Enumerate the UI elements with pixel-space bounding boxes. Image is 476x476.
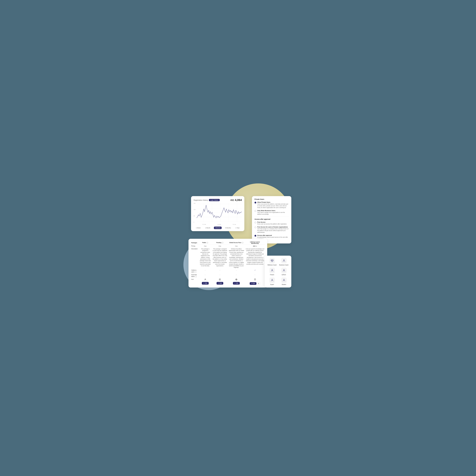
row-auto-labels: Automatic labels i — — — — (190, 273, 265, 278)
edit-pending-btn[interactable]: ✏ Edit (217, 282, 223, 285)
expert-label: Expert (270, 284, 274, 285)
option-business-only-desc: User have to assign to an organization t… (257, 212, 289, 215)
business-icon-container (281, 258, 287, 264)
autolabels-info-icon[interactable]: i (195, 276, 197, 277)
pricing-public: Free (199, 245, 212, 248)
global-info-icon[interactable]: i (242, 242, 243, 243)
heart-pulse-icon (271, 259, 274, 262)
filter-1week[interactable]: 1 Week (195, 227, 202, 229)
icon-global (228, 278, 245, 281)
row-description: Description This package is assigned to … (190, 248, 265, 269)
edtech-icon-container (281, 268, 287, 273)
packages-table: Packages Public i Pending i Global Acces… (190, 241, 265, 286)
svg-point-19 (283, 269, 285, 270)
desc-global: Embrace boundless opportunities with our… (228, 248, 245, 269)
fintech-label: Fintech (270, 274, 274, 275)
chart-y-labels: 150 100 50 0 (194, 203, 195, 223)
radio-business-only[interactable] (255, 210, 256, 212)
student-icon-container (281, 277, 287, 283)
desc-lifelong: Fuel your quest for knowledge and growth… (245, 248, 265, 269)
filter-1year[interactable]: 1 Year (235, 227, 240, 229)
access-approval-title: Access after approval (255, 218, 289, 220)
student-label: Student (282, 284, 286, 285)
option-business-only-label: Only Allow Business Users (257, 210, 289, 211)
filter-1month[interactable]: 1 Month (204, 227, 211, 229)
radio-access-approval[interactable] (255, 235, 256, 237)
coach-student[interactable]: Student (278, 277, 289, 285)
row-icon: Icon (190, 278, 265, 281)
edit-global-btn[interactable]: ✏ Edit (233, 282, 240, 285)
option-allow-private: Allow Private Users Users can access the… (255, 202, 289, 208)
fintech-icon-container (269, 268, 275, 273)
person-business-icon (282, 259, 286, 262)
radio-free-known[interactable] (255, 226, 256, 228)
pricing-pending: Free (212, 245, 228, 248)
person-student-icon (282, 279, 286, 282)
option-free-access-desc: Every user can access the platform after… (257, 223, 287, 225)
coach-business[interactable]: Business Coach (278, 258, 289, 266)
desc-public: This package is assigned to anonymous us… (199, 248, 212, 269)
svg-point-18 (272, 269, 273, 270)
edit-public-btn[interactable]: ✏ Edit (202, 282, 208, 285)
person-edtech-icon (282, 269, 286, 272)
coaches-grid: Wellness Coach Business Coach (267, 258, 289, 285)
row-pricing: Pricing Free Free Free 20€/mo (190, 245, 265, 248)
option-free-known: Free Access for users of known organizat… (255, 226, 289, 233)
stat-primary: 4,064 (235, 198, 242, 202)
tab-group: Login History (209, 199, 220, 201)
business-label: Business Coach (279, 264, 289, 266)
visible-global: — (228, 269, 245, 273)
option-free-access-label: Free Access (257, 221, 287, 223)
coach-expert[interactable]: Expert (267, 277, 277, 285)
option-access-approval-label: Access after approval (257, 235, 289, 236)
edtech-label: EdTech (282, 274, 286, 275)
auto-labels-lifelong: — (245, 273, 265, 278)
edit-icon-3: ✏ (235, 283, 236, 284)
coach-fintech[interactable]: Fintech (267, 268, 277, 275)
packages-card: Packages Public i Pending i Global Acces… (188, 239, 267, 288)
auto-labels-label: Automatic labels i (190, 273, 199, 278)
auto-labels-global: — (228, 273, 245, 278)
auto-labels-public: — (199, 273, 212, 278)
col-pending: Pending i (212, 241, 228, 245)
visible-public: — (199, 269, 212, 273)
registration-card: Registration History Login History 492 4… (191, 196, 244, 231)
visible-pending: — (212, 269, 228, 273)
coach-wellness[interactable]: Wellness Coach (267, 258, 277, 266)
radio-free-access[interactable] (255, 222, 256, 223)
col-public: Public i (199, 241, 212, 245)
icon-public (199, 278, 212, 281)
chart-svg (197, 203, 242, 223)
col-global: Global Access Pass i (228, 241, 245, 245)
icon-label: Icon (190, 278, 199, 281)
svg-point-21 (283, 279, 285, 280)
divider (255, 217, 289, 217)
pending-info-icon[interactable]: i (222, 242, 223, 243)
col-lifelong: Lifelong LearnerMembership (245, 241, 265, 245)
auto-labels-pending: — (212, 273, 228, 278)
option-free-access: Free Access Every user can access the pl… (255, 221, 289, 225)
edit-icon: ✏ (203, 283, 204, 284)
edit-lifelong-btn[interactable]: ✏ Edit (250, 282, 256, 285)
col-packages: Packages (190, 241, 199, 245)
private-users-card: Private Users Allow Private Users Users … (252, 196, 291, 243)
filter-6months[interactable]: 6 Months (224, 227, 232, 229)
row-actions: ✏ Edit ✏ Edit (190, 281, 265, 286)
public-info-icon[interactable]: i (207, 242, 208, 243)
person-expert-icon (271, 279, 274, 282)
svg-rect-11 (219, 279, 221, 280)
option-allow-private-label: Allow Private Users (257, 202, 289, 203)
visible-info-icon[interactable]: i (195, 271, 197, 273)
filter-3months[interactable]: 3 Months (214, 227, 222, 229)
delete-lifelong-btn[interactable]: 🗑 (257, 282, 260, 285)
coaches-card: Wellness Coach Business Coach (265, 256, 291, 288)
login-history-tab[interactable]: Login History (209, 199, 220, 201)
person-fintech-icon (271, 269, 274, 272)
visible-label: Visible to users i (190, 269, 199, 273)
edit-icon-4: ✏ (251, 283, 252, 284)
radio-allow-private[interactable] (255, 202, 256, 204)
registration-title: Registration History (194, 199, 208, 201)
visible-lifelong: ✓ (245, 269, 265, 273)
coach-edtech[interactable]: EdTech (278, 268, 289, 275)
pricing-lifelong: 20€/mo (245, 245, 265, 248)
